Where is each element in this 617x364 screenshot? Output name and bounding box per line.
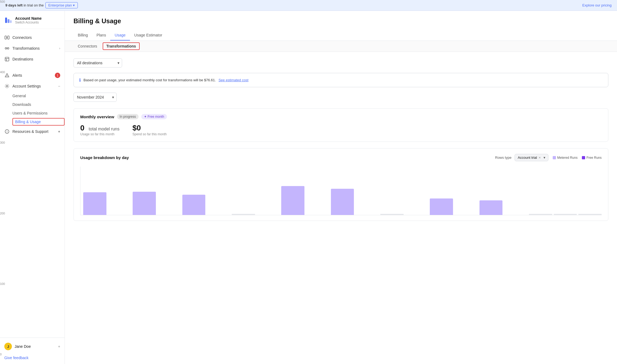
main-tabs: Billing Plans Usage Usage Estimator — [73, 30, 608, 41]
tab-usage[interactable]: Usage — [110, 30, 130, 41]
svg-rect-2 — [10, 20, 12, 23]
alerts-badge: 1 — [55, 73, 60, 78]
legend-free: Free Runs — [582, 156, 602, 160]
tab-usage-estimator[interactable]: Usage Estimator — [130, 30, 166, 41]
monthly-overview-card: Monthly overview In progress ✦ Free mont… — [73, 108, 608, 142]
spend-stat: $0 Spend so far this month — [132, 124, 167, 136]
chevron-right-icon: › — [59, 46, 60, 50]
sidebar-item-transformations[interactable]: Transformations › — [0, 43, 65, 54]
bar-9 — [479, 200, 503, 215]
plus-icon: + — [58, 129, 60, 134]
rows-type-section: Rows type Account trial × ▾ — [495, 154, 548, 161]
sub-tab-transformations[interactable]: Transformations — [103, 42, 140, 50]
rows-type-tag[interactable]: Account trial × ▾ — [515, 154, 548, 161]
bar-12 — [578, 214, 602, 215]
account-switcher[interactable]: Account Name Switch Accounts — [0, 11, 65, 29]
chart-container: 500 400 300 200 100 0 — [80, 167, 602, 215]
trial-banner: 9 days left in trial on the Enterprise p… — [0, 0, 617, 11]
see-estimated-cost-link[interactable]: See estimated cost — [219, 78, 249, 82]
alerts-label: Alerts — [12, 73, 22, 77]
explore-pricing-link[interactable]: Explore our pricing — [582, 3, 612, 7]
bar-11 — [554, 214, 577, 215]
rows-type-remove-icon[interactable]: × — [539, 156, 541, 160]
month-select[interactable]: November 2024 October 2024 September 202… — [73, 93, 117, 102]
sidebar-item-resources-support[interactable]: i Resources & Support + — [0, 126, 65, 137]
sidebar-nav: Connectors Transformations › Destination… — [0, 29, 65, 338]
account-settings-section[interactable]: Account Settings − — [0, 81, 65, 92]
bar-5 — [281, 186, 304, 215]
filter-bar: All destinations — [73, 58, 608, 68]
bar-8 — [430, 198, 453, 215]
user-name: Jane Doe — [15, 344, 31, 349]
metered-legend-dot — [553, 156, 556, 159]
banner-left: 9 days left in trial on the Enterprise p… — [5, 2, 78, 8]
sidebar-item-connectors[interactable]: Connectors — [0, 32, 65, 43]
account-text: Account Name Switch Accounts — [15, 16, 42, 24]
sidebar-item-billing-usage[interactable]: Billing & Usage — [12, 118, 65, 126]
rows-type-tag-text: Account trial — [518, 156, 537, 160]
monthly-overview-title: Monthly overview — [80, 114, 114, 119]
usage-breakdown-header: Usage breakdown by day Rows type Account… — [80, 154, 602, 161]
tab-plans[interactable]: Plans — [92, 30, 110, 41]
monthly-stats: 0 total model runs Usage so far this mon… — [80, 124, 602, 136]
legend-metered: Metered Runs — [553, 156, 578, 160]
month-selector-wrapper: November 2024 October 2024 September 202… — [73, 93, 608, 102]
destination-filter-wrapper[interactable]: All destinations — [73, 58, 122, 68]
page-title: Billing & Usage — [73, 17, 608, 25]
user-plus-icon: + — [58, 344, 60, 349]
metered-legend-label: Metered Runs — [557, 156, 578, 160]
sub-tab-connectors[interactable]: Connectors — [73, 41, 102, 52]
tab-billing[interactable]: Billing — [73, 30, 92, 41]
account-name: Account Name — [15, 16, 42, 21]
usage-breakdown-title: Usage breakdown by day — [80, 155, 129, 160]
resources-support-label: Resources & Support — [12, 129, 48, 134]
give-feedback-link[interactable]: Give feedback — [0, 353, 65, 363]
main-content: Billing & Usage Billing Plans Usage Usag… — [65, 11, 617, 364]
total-runs-sub: Usage so far this month — [80, 132, 119, 136]
info-icon: ℹ — [79, 77, 81, 83]
switch-accounts-label: Switch Accounts — [15, 21, 42, 24]
total-runs-number: 0 total model runs — [80, 124, 119, 132]
sidebar-bottom: J Jane Doe + Give feedback — [0, 338, 65, 364]
monthly-overview-header: Monthly overview In progress ✦ Free mont… — [80, 114, 602, 119]
app-layout: Account Name Switch Accounts Connectors … — [0, 11, 617, 364]
in-progress-badge: In progress — [117, 114, 139, 119]
sidebar: Account Name Switch Accounts Connectors … — [0, 11, 65, 364]
sidebar-item-alerts[interactable]: Alerts 1 — [0, 70, 65, 81]
account-settings-subitems: General Downloads Users & Permissions Bi… — [0, 92, 65, 126]
bar-3 — [182, 195, 206, 215]
total-runs-stat: 0 total model runs Usage so far this mon… — [80, 124, 119, 136]
sidebar-item-users-permissions[interactable]: Users & Permissions — [12, 109, 65, 117]
sidebar-item-downloads[interactable]: Downloads — [12, 100, 65, 109]
days-left-text: 9 days left in trial on the — [5, 3, 44, 7]
user-profile[interactable]: J Jane Doe + — [0, 340, 65, 353]
account-settings-label: Account Settings — [12, 84, 41, 88]
content-area: All destinations ℹ Based on past usage, … — [65, 52, 617, 227]
bar-10 — [529, 214, 552, 215]
transformations-label: Transformations — [12, 46, 40, 50]
spend-number: $0 — [132, 124, 167, 132]
free-legend-label: Free Runs — [586, 156, 602, 160]
enterprise-plan-button[interactable]: Enterprise plan ▾ — [45, 2, 78, 8]
rows-type-chevron-icon[interactable]: ▾ — [544, 156, 545, 160]
chart-legend: Metered Runs Free Runs — [553, 156, 602, 160]
bar-1 — [83, 192, 106, 215]
minus-icon: − — [58, 84, 60, 88]
sidebar-item-destinations[interactable]: Destinations — [0, 54, 65, 65]
destinations-label: Destinations — [12, 57, 33, 61]
info-message: Based on past usage, your estimated mont… — [83, 78, 216, 82]
bar-7 — [380, 214, 404, 215]
month-select-wrapper[interactable]: November 2024 October 2024 September 202… — [73, 93, 117, 102]
sub-tabs: Connectors Transformations — [65, 41, 617, 52]
bar-6 — [331, 189, 354, 215]
bar-2 — [133, 192, 156, 215]
free-month-badge: ✦ Free month — [141, 114, 167, 119]
chart-controls: Rows type Account trial × ▾ Metered Runs — [495, 154, 602, 161]
bar-4 — [232, 214, 255, 215]
info-box: ℹ Based on past usage, your estimated mo… — [73, 73, 608, 87]
free-legend-dot — [582, 156, 585, 159]
destination-filter-select[interactable]: All destinations — [73, 58, 122, 68]
sidebar-item-general[interactable]: General — [12, 92, 65, 100]
connectors-label: Connectors — [12, 35, 32, 40]
spend-label: Spend so far this month — [132, 132, 167, 136]
